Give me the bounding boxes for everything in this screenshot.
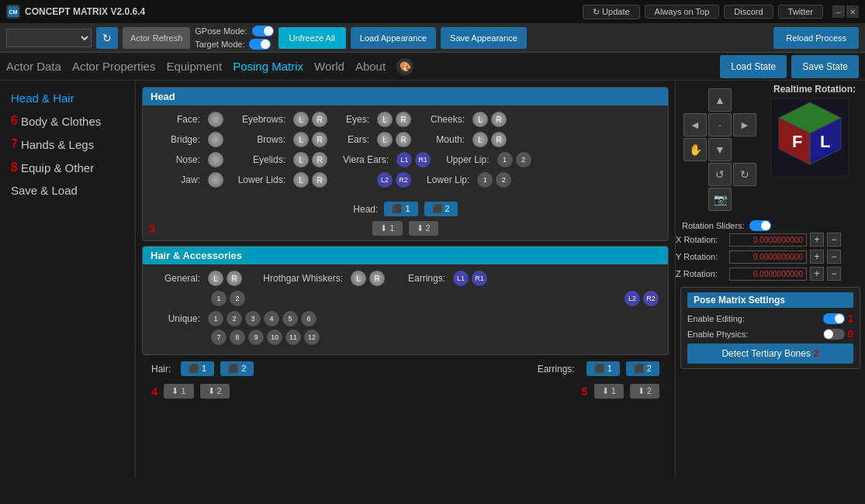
earrings-load-2[interactable]: ⬇ 2	[630, 384, 659, 399]
unique-12[interactable]: 12	[304, 330, 320, 345]
unfreeze-all-button[interactable]: Unfreeze All	[279, 27, 346, 49]
ctrl-center[interactable]: ·	[708, 113, 732, 136]
viera-r1[interactable]: R1	[415, 152, 431, 167]
cheeks-l[interactable]: L	[472, 112, 488, 127]
unique-1[interactable]: 1	[208, 311, 223, 326]
target-toggle[interactable]	[249, 39, 271, 50]
earrings-save-1[interactable]: ⬛ 1	[586, 361, 620, 376]
y-rotation-input[interactable]	[729, 250, 807, 264]
close-button[interactable]: ✕	[846, 5, 859, 18]
load-state-button[interactable]: Load State	[720, 55, 787, 78]
sidebar-item-save-load[interactable]: Save & Load	[0, 179, 135, 202]
viera-l1[interactable]: L1	[396, 152, 412, 167]
lowerlids-r[interactable]: R	[312, 172, 327, 188]
enable-editing-toggle[interactable]	[823, 313, 845, 324]
load-appearance-button[interactable]: Load Appearance	[351, 27, 436, 49]
brows-l[interactable]: L	[293, 132, 309, 147]
nav-equipment[interactable]: Equipment	[166, 57, 222, 76]
eyelids-r[interactable]: R	[312, 152, 327, 167]
bridge-dot[interactable]	[208, 132, 223, 147]
save-appearance-button[interactable]: Save Appearance	[441, 27, 527, 49]
hair-save-1[interactable]: ⬛ 1	[181, 361, 214, 376]
ctrl-rotate-r[interactable]: ↻	[733, 163, 756, 186]
unique-4[interactable]: 4	[264, 311, 279, 326]
unique-8[interactable]: 8	[230, 330, 245, 345]
hair-save-2[interactable]: ⬛ 2	[220, 361, 254, 376]
always-on-top-button[interactable]: Always on Top	[645, 5, 720, 19]
refresh-button[interactable]: ↻	[96, 27, 118, 49]
ctrl-rotate-l[interactable]: ↺	[708, 163, 732, 186]
earrings-save-2[interactable]: ⬛ 2	[626, 361, 659, 376]
twitter-button[interactable]: Twitter	[778, 5, 823, 19]
mouth-r[interactable]: R	[491, 132, 507, 147]
general-2[interactable]: 2	[230, 291, 245, 306]
eyes-l[interactable]: L	[377, 112, 393, 127]
hair-load-1[interactable]: ⬇ 1	[164, 384, 193, 399]
3d-cube[interactable]: F L	[767, 95, 853, 180]
lowerlip-1[interactable]: 1	[477, 172, 493, 188]
ctrl-right[interactable]: ►	[733, 113, 756, 136]
z-plus-button[interactable]: +	[810, 267, 824, 281]
eyebrows-r[interactable]: R	[312, 112, 327, 127]
cheeks-r[interactable]: R	[491, 112, 507, 127]
ctrl-cam[interactable]: 📷	[708, 188, 732, 211]
head-load-2[interactable]: ⬇ 2	[409, 221, 438, 236]
nav-actor-data[interactable]: Actor Data	[6, 57, 61, 76]
unique-2[interactable]: 2	[227, 311, 242, 326]
minimize-button[interactable]: –	[832, 5, 845, 18]
sidebar-item-hands-legs[interactable]: 7Hands & Legs	[0, 133, 135, 156]
eyes-r[interactable]: R	[396, 112, 411, 127]
unique-11[interactable]: 11	[285, 330, 301, 345]
extra-r2[interactable]: R2	[396, 172, 411, 188]
y-plus-button[interactable]: +	[810, 250, 824, 264]
sidebar-item-body-clothes[interactable]: 6Body & Clothes	[0, 109, 135, 133]
extra-l2[interactable]: L2	[377, 172, 393, 188]
head-load-1[interactable]: ⬇ 1	[372, 221, 402, 236]
face-dot[interactable]	[208, 112, 223, 127]
discord-button[interactable]: Discord	[724, 5, 773, 19]
actor-refresh-button[interactable]: Actor Refresh	[123, 27, 190, 49]
lowerlip-2[interactable]: 2	[496, 172, 511, 188]
hrothgar-r[interactable]: R	[369, 271, 385, 286]
rotation-sliders-toggle[interactable]	[749, 220, 771, 231]
general-r[interactable]: R	[227, 271, 242, 286]
unique-5[interactable]: 5	[282, 311, 298, 326]
lowerlids-l[interactable]: L	[293, 172, 309, 188]
head-save-2[interactable]: ⬛ 2	[424, 202, 458, 216]
ctrl-down[interactable]: ▼	[708, 138, 732, 161]
unique-6[interactable]: 6	[301, 311, 317, 326]
hrothgar-l[interactable]: L	[351, 271, 366, 286]
nav-world[interactable]: World	[314, 57, 344, 76]
eyebrows-l[interactable]: L	[293, 112, 309, 127]
x-rotation-input[interactable]	[729, 233, 807, 247]
earrings-r2[interactable]: R2	[643, 291, 659, 306]
update-button[interactable]: ↻ Update	[583, 5, 640, 19]
ctrl-left[interactable]: ◄	[683, 113, 707, 136]
enable-physics-toggle[interactable]	[823, 329, 845, 340]
upperlip-1[interactable]: 1	[497, 152, 513, 167]
earrings-load-1[interactable]: ⬇ 1	[594, 384, 624, 399]
nav-about[interactable]: About	[355, 57, 386, 76]
general-l[interactable]: L	[208, 271, 223, 286]
actor-select[interactable]	[6, 29, 92, 47]
sidebar-item-equip-other[interactable]: 8Equip & Other	[0, 156, 135, 179]
x-plus-button[interactable]: +	[810, 233, 824, 247]
jaw-dot[interactable]	[208, 172, 223, 188]
earrings-l1[interactable]: L1	[453, 271, 469, 286]
earrings-l2[interactable]: L2	[625, 291, 640, 306]
y-minus-button[interactable]: −	[827, 250, 841, 264]
gpose-toggle[interactable]	[252, 26, 274, 36]
ears-l[interactable]: L	[377, 132, 393, 147]
earrings-r1[interactable]: R1	[472, 271, 487, 286]
head-save-1[interactable]: ⬛ 1	[384, 202, 417, 216]
brows-r[interactable]: R	[312, 132, 327, 147]
sidebar-item-head-hair[interactable]: Head & Hair	[0, 87, 135, 109]
general-1[interactable]: 1	[211, 291, 227, 306]
unique-10[interactable]: 10	[267, 330, 282, 345]
eyelids-l[interactable]: L	[293, 152, 309, 167]
save-state-button[interactable]: Save State	[791, 55, 859, 78]
z-minus-button[interactable]: −	[827, 267, 841, 281]
detect-tertiary-bones-button[interactable]: Detect Tertiary Bones 2	[687, 343, 853, 364]
upperlip-2[interactable]: 2	[516, 152, 531, 167]
mouth-l[interactable]: L	[472, 132, 488, 147]
